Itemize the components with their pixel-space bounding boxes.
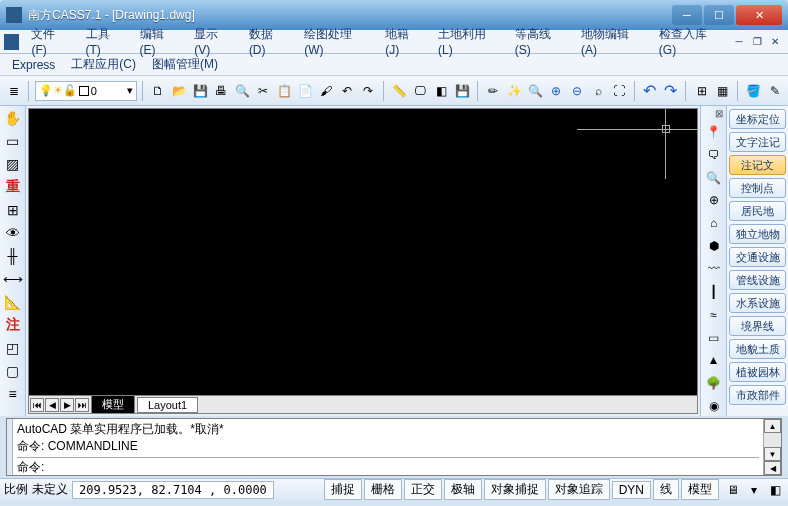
edit-icon[interactable]: ✎	[765, 80, 784, 102]
new-icon[interactable]: 🗋	[149, 80, 168, 102]
drawing-canvas[interactable]	[29, 109, 697, 395]
water-icon[interactable]: ≈	[703, 305, 725, 325]
menu-feature-edit[interactable]: 地物编辑(A)	[573, 23, 651, 60]
redo-icon[interactable]: ↷	[359, 80, 378, 102]
save-icon[interactable]: 💾	[191, 80, 210, 102]
panel-close-icon[interactable]: ⊠	[715, 108, 723, 119]
zoom-out-icon[interactable]: ⊖	[568, 80, 587, 102]
rp-municipal[interactable]: 市政部件	[729, 385, 786, 405]
toggle-osnap[interactable]: 对象捕捉	[484, 479, 546, 500]
rp-coord[interactable]: 坐标定位	[729, 109, 786, 129]
layers-icon[interactable]: ≣	[4, 80, 23, 102]
print-icon[interactable]: 🖶	[212, 80, 231, 102]
tab-layout1[interactable]: Layout1	[137, 397, 198, 413]
menu-cadastre[interactable]: 地籍(J)	[377, 23, 430, 60]
rect-icon[interactable]: ▢	[3, 361, 23, 381]
pin-icon[interactable]: 📍	[703, 122, 725, 142]
toggle-grid[interactable]: 栅格	[364, 479, 402, 500]
command-scrollbar[interactable]: ▲ ▼ ◀	[763, 419, 781, 475]
target-icon[interactable]: ⊕	[703, 191, 725, 211]
rp-control[interactable]: 控制点	[729, 178, 786, 198]
disk-icon[interactable]: 💾	[453, 80, 472, 102]
tab-first-button[interactable]: ⏮	[30, 398, 44, 412]
rp-pipeline[interactable]: 管线设施	[729, 270, 786, 290]
status-tool1-icon[interactable]: 🖥	[724, 481, 742, 499]
municipal-icon[interactable]: ◉	[703, 396, 725, 416]
scroll-down-button[interactable]: ▼	[764, 447, 781, 461]
lines-icon[interactable]: ≡	[3, 384, 23, 404]
grid-icon[interactable]: ▦	[713, 80, 732, 102]
toggle-otrack[interactable]: 对象追踪	[548, 479, 610, 500]
preview-icon[interactable]: 🔍	[233, 80, 252, 102]
rp-residential[interactable]: 居民地	[729, 201, 786, 221]
pipe-icon[interactable]: ┃	[703, 282, 725, 302]
open-icon[interactable]: 📂	[170, 80, 189, 102]
rp-water[interactable]: 水系设施	[729, 293, 786, 313]
tab-model[interactable]: 模型	[91, 395, 135, 414]
menu-data[interactable]: 数据(D)	[241, 23, 296, 60]
menu-engineering[interactable]: 工程应用(C)	[63, 54, 144, 75]
house-icon[interactable]: ⌂	[703, 213, 725, 233]
ruler-icon[interactable]: 📏	[390, 80, 409, 102]
toggle-polar[interactable]: 极轴	[444, 479, 482, 500]
mdi-close-button[interactable]: ✕	[766, 34, 784, 50]
menu-draw[interactable]: 绘图处理(W)	[296, 23, 377, 60]
rp-vegetation[interactable]: 植被园林	[729, 362, 786, 382]
menu-sheet[interactable]: 图幅管理(M)	[144, 54, 226, 75]
rp-boundary[interactable]: 境界线	[729, 316, 786, 336]
zoom-in-icon[interactable]: ⊕	[547, 80, 566, 102]
measure-icon[interactable]: ╫	[3, 246, 23, 266]
scroll-left-button[interactable]: ◀	[764, 461, 781, 475]
tab-prev-button[interactable]: ◀	[45, 398, 59, 412]
zoom-window-icon[interactable]: ⌕	[589, 80, 608, 102]
table-icon[interactable]: ⊞	[692, 80, 711, 102]
rp-traffic[interactable]: 交通设施	[729, 247, 786, 267]
zoom-realtime-icon[interactable]: 🔍	[526, 80, 545, 102]
minimize-button[interactable]: ─	[672, 5, 702, 25]
mdi-minimize-button[interactable]: ─	[730, 34, 748, 50]
block-icon[interactable]: ◧	[432, 80, 451, 102]
toggle-model[interactable]: 模型	[681, 479, 719, 500]
scroll-track[interactable]	[764, 433, 781, 447]
status-tool2-icon[interactable]: ▾	[745, 481, 763, 499]
toggle-ortho[interactable]: 正交	[404, 479, 442, 500]
scroll-up-button[interactable]: ▲	[764, 419, 781, 433]
rp-annotation[interactable]: 注记文	[729, 155, 786, 175]
erase-icon[interactable]: ✨	[505, 80, 524, 102]
pan-icon[interactable]: ✋	[3, 108, 23, 128]
frame-icon[interactable]: ◰	[3, 338, 23, 358]
redo-big-icon[interactable]: ↷	[661, 80, 680, 102]
terrain-icon[interactable]: ▲	[703, 350, 725, 370]
fill-icon[interactable]: 🪣	[744, 80, 763, 102]
text-icon[interactable]: 🗨	[703, 145, 725, 165]
ruler2-icon[interactable]: 📐	[3, 292, 23, 312]
plant-icon[interactable]: 🌳	[703, 373, 725, 393]
eye-icon[interactable]: 👁	[3, 223, 23, 243]
menu-landuse[interactable]: 土地利用(L)	[430, 23, 507, 60]
undo-big-icon[interactable]: ↶	[640, 80, 659, 102]
screen-icon[interactable]: 🖵	[411, 80, 430, 102]
layer-dropdown[interactable]: 💡 ☀ 🔓 0 ▾	[35, 81, 137, 101]
boundary-icon[interactable]: ▭	[703, 328, 725, 348]
undo-icon[interactable]: ↶	[338, 80, 357, 102]
redraw-icon[interactable]: 重	[3, 177, 23, 197]
match-icon[interactable]: 🖌	[317, 80, 336, 102]
search-icon[interactable]: 🔍	[703, 168, 725, 188]
copy-icon[interactable]: 📋	[275, 80, 294, 102]
command-prompt[interactable]: 命令:	[17, 457, 759, 476]
close-button[interactable]: ✕	[736, 5, 782, 25]
maximize-button[interactable]: ☐	[704, 5, 734, 25]
zoom-all-icon[interactable]: ⛶	[610, 80, 629, 102]
toggle-dyn[interactable]: DYN	[612, 481, 651, 499]
rp-independent[interactable]: 独立地物	[729, 224, 786, 244]
command-text-area[interactable]: AutoCAD 菜单实用程序已加载。*取消* 命令: COMMANDLINE 命…	[13, 419, 763, 475]
menu-check[interactable]: 检查入库(G)	[651, 23, 730, 60]
toggle-lwt[interactable]: 线	[653, 479, 679, 500]
dim-icon[interactable]: ⟷	[3, 269, 23, 289]
mdi-restore-button[interactable]: ❐	[748, 34, 766, 50]
status-tool3-icon[interactable]: ◧	[766, 481, 784, 499]
rp-terrain[interactable]: 地貌土质	[729, 339, 786, 359]
road-icon[interactable]: 〰	[703, 259, 725, 279]
tab-next-button[interactable]: ▶	[60, 398, 74, 412]
menu-contour[interactable]: 等高线(S)	[507, 23, 573, 60]
